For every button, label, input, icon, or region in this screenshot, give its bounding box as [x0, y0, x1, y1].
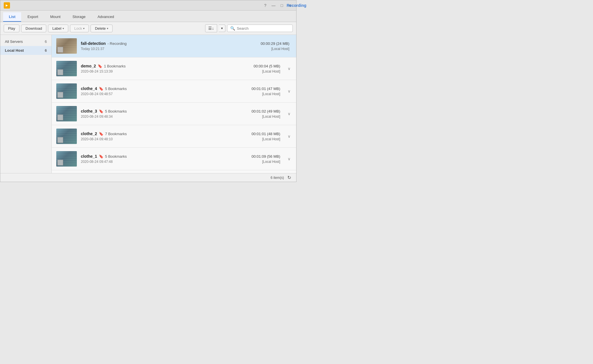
recording-info: demo_2 🔖 1 Bookmarks 2020-08-24 15:13:39 [81, 64, 250, 73]
recording-host: [Local Host] [252, 92, 280, 96]
search-box: 🔍 [227, 25, 293, 32]
recording-host: [Local Host] [252, 115, 280, 119]
bookmark-icon: 🔖 [99, 132, 103, 136]
sidebar-item-local-host[interactable]: Local Host 6 [0, 46, 51, 55]
recording-thumbnail [56, 106, 77, 121]
recording-thumbnail [56, 61, 77, 76]
recording-info: clothe_1 🔖 5 Bookmarks 2020-08-24 09:47:… [81, 154, 248, 164]
tab-export[interactable]: Export [22, 12, 44, 22]
expand-button[interactable]: ∨ [287, 155, 292, 162]
recording-host: [Local Host] [252, 137, 280, 141]
table-row[interactable]: clothe_2 🔖 7 Bookmarks 2020-08-24 09:48:… [52, 125, 296, 148]
recording-host: [Local Host] [252, 160, 280, 164]
sidebar-item-count: 6 [45, 39, 47, 44]
bookmark-count: 5 Bookmarks [105, 109, 127, 113]
sidebar-item-label: All Servers [5, 39, 23, 44]
maximize-button[interactable]: □ [280, 3, 284, 8]
table-row[interactable]: clothe_3 🔖 5 Bookmarks 2020-08-24 09:48:… [52, 103, 296, 125]
title-bar-left [4, 2, 10, 9]
sidebar-item-all-servers[interactable]: All Servers 6 [0, 37, 51, 46]
main-content: All Servers 6 Local Host 6 fall-detectio… [0, 35, 296, 173]
status-bar: 6 item(s) ↻ [0, 173, 296, 182]
recording-meta: 00:01:01 (48 MB) [Local Host] [252, 132, 280, 141]
download-button[interactable]: Download [21, 25, 46, 32]
recording-name: demo_2 [81, 64, 96, 68]
recording-info: fall-detection - Recording Today 10:21:3… [81, 41, 257, 51]
app-icon [4, 2, 10, 9]
toolbar: Play Download Label Lock Delete ☰↓ ▾ 🔍 [0, 22, 296, 35]
recording-name: clothe_1 [81, 154, 97, 159]
help-button[interactable]: ? [263, 3, 268, 8]
bookmark-count: 7 Bookmarks [105, 132, 127, 136]
sidebar-item-label: Local Host [5, 48, 24, 53]
sidebar: All Servers 6 Local Host 6 [0, 35, 52, 173]
sort-dropdown-button[interactable]: ▾ [219, 25, 225, 32]
recording-name: clothe_2 [81, 131, 97, 136]
recording-name: clothe_4 [81, 86, 97, 91]
bookmark-icon: 🔖 [99, 87, 103, 91]
recording-date: Today 10:21:37 [81, 47, 257, 51]
recording-meta: 00:01:09 (56 MB) [Local Host] [252, 154, 280, 164]
item-count: 6 item(s) [271, 176, 284, 180]
window-title: Recording [287, 3, 296, 8]
recording-size: 00:01:09 (56 MB) [252, 154, 280, 159]
tab-list[interactable]: List [3, 12, 21, 22]
bookmark-icon: 🔖 [99, 109, 103, 113]
recording-meta: 00:00:29 (24 MB) [Local Host] [261, 41, 289, 51]
recording-host: [Local Host] [254, 69, 280, 73]
delete-button[interactable]: Delete [91, 25, 113, 32]
minimize-button[interactable]: — [271, 3, 277, 8]
bookmark-icon: 🔖 [99, 154, 103, 159]
recording-name: fall-detection [81, 41, 106, 46]
play-button[interactable]: Play [4, 25, 19, 32]
table-row[interactable]: fall-detection - Recording Today 10:21:3… [52, 35, 296, 57]
table-row[interactable]: clothe_1 🔖 5 Bookmarks 2020-08-24 09:47:… [52, 148, 296, 170]
title-bar: Recording ? — □ ✕ [0, 0, 296, 11]
recording-size: 00:01:01 (47 MB) [252, 87, 280, 91]
recording-type: - Recording [107, 41, 127, 46]
search-icon: 🔍 [230, 26, 235, 31]
bookmark-count: 5 Bookmarks [105, 87, 127, 91]
tab-mount[interactable]: Mount [45, 12, 66, 22]
recording-name: clothe_3 [81, 109, 97, 113]
recording-thumbnail [56, 151, 77, 167]
recording-info: clothe_4 🔖 5 Bookmarks 2020-08-24 09:48:… [81, 86, 248, 96]
expand-button[interactable]: ∨ [287, 88, 292, 95]
recording-date: 2020-08-24 09:48:57 [81, 92, 248, 96]
expand-button[interactable]: ∨ [287, 133, 292, 140]
recording-size: 00:00:04 (5 MB) [254, 64, 280, 68]
tab-storage[interactable]: Storage [67, 12, 91, 22]
recording-list: fall-detection - Recording Today 10:21:3… [52, 35, 296, 173]
recording-info: clothe_2 🔖 7 Bookmarks 2020-08-24 09:48:… [81, 131, 248, 141]
refresh-button[interactable]: ↻ [287, 174, 292, 181]
recording-date: 2020-08-24 09:47:48 [81, 160, 248, 164]
recording-size: 00:00:29 (24 MB) [261, 41, 289, 46]
recording-thumbnail [56, 83, 77, 99]
recording-host: [Local Host] [261, 47, 289, 51]
bookmark-count: 1 Bookmarks [104, 64, 126, 68]
bookmark-icon: 🔖 [98, 64, 102, 68]
table-row[interactable]: clothe_4 🔖 5 Bookmarks 2020-08-24 09:48:… [52, 80, 296, 103]
sidebar-item-count: 6 [45, 48, 47, 53]
recording-date: 2020-08-24 09:48:34 [81, 115, 248, 119]
sort-button[interactable]: ☰↓ [205, 24, 217, 32]
label-button[interactable]: Label [48, 25, 68, 32]
lock-button[interactable]: Lock [70, 25, 89, 32]
expand-button[interactable]: ∨ [287, 110, 292, 117]
recording-date: 2020-08-24 09:48:10 [81, 137, 248, 141]
tabs-bar: List Export Mount Storage Advanced [0, 11, 296, 22]
recording-info: clothe_3 🔖 5 Bookmarks 2020-08-24 09:48:… [81, 109, 248, 119]
table-row[interactable]: demo_2 🔖 1 Bookmarks 2020-08-24 15:13:39… [52, 57, 296, 80]
recording-size: 00:01:01 (48 MB) [252, 132, 280, 136]
bookmark-count: 5 Bookmarks [105, 154, 127, 159]
tab-advanced[interactable]: Advanced [92, 12, 120, 22]
recording-meta: 00:01:02 (49 MB) [Local Host] [252, 109, 280, 119]
expand-button[interactable]: ∨ [287, 65, 292, 72]
recording-thumbnail [56, 38, 77, 54]
recording-meta: 00:01:01 (47 MB) [Local Host] [252, 87, 280, 96]
recording-meta: 00:00:04 (5 MB) [Local Host] [254, 64, 280, 73]
search-input[interactable] [237, 26, 290, 31]
main-window: Recording ? — □ ✕ List Export Mount Stor… [0, 0, 296, 182]
recording-date: 2020-08-24 15:13:39 [81, 69, 250, 73]
recording-size: 00:01:02 (49 MB) [252, 109, 280, 113]
